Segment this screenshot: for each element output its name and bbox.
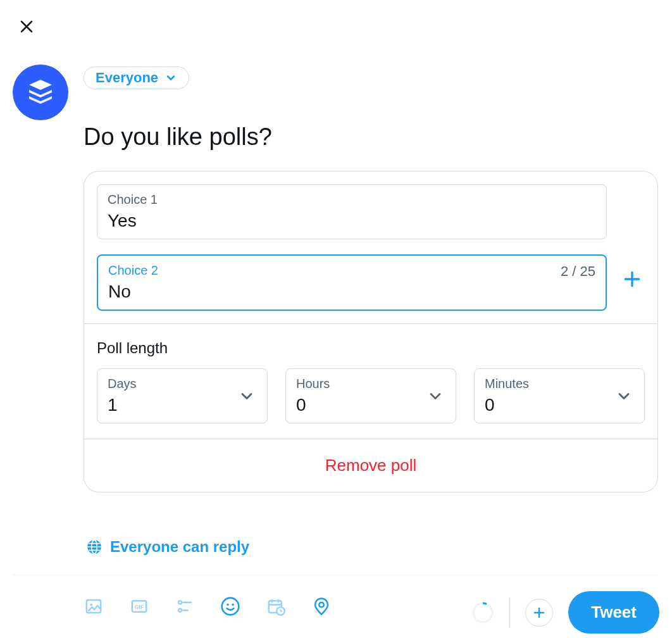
- audience-selector[interactable]: Everyone: [84, 66, 189, 89]
- poll-choice-2[interactable]: Choice 2 No 2 / 25: [97, 254, 607, 311]
- media-button: [82, 595, 105, 618]
- svg-point-14: [473, 603, 492, 622]
- emoji-button[interactable]: [219, 595, 242, 618]
- avatar-stack-icon: [25, 77, 56, 108]
- add-thread-tweet-button[interactable]: [525, 599, 553, 627]
- poll-choice-1-label: Choice 1: [108, 192, 596, 207]
- poll-choice-1-value: Yes: [108, 211, 596, 231]
- avatar: [13, 65, 68, 120]
- gif-button: GIF: [128, 595, 151, 618]
- compose-toolbar: GIF: [82, 595, 333, 618]
- svg-point-7: [178, 609, 182, 612]
- poll-hours-label: Hours: [296, 377, 445, 391]
- svg-point-6: [178, 601, 182, 604]
- poll-minutes-select[interactable]: Minutes 0: [474, 368, 645, 423]
- poll-choices-section: Choice 1 Yes Choice 2 No 2 / 25: [84, 172, 657, 323]
- poll-minutes-value: 0: [485, 395, 634, 415]
- poll-choice-2-counter: 2 / 25: [561, 263, 595, 280]
- poll-choice-2-label: Choice 2: [108, 263, 595, 278]
- plus-icon: [622, 269, 642, 289]
- tweet-button[interactable]: Tweet: [568, 591, 659, 634]
- svg-point-10: [232, 604, 233, 606]
- chevron-down-icon: [238, 387, 256, 405]
- poll-length-title: Poll length: [97, 339, 645, 357]
- emoji-icon: [220, 596, 240, 616]
- schedule-button: [264, 595, 287, 618]
- reply-settings[interactable]: Everyone can reply: [86, 538, 249, 556]
- svg-point-3: [90, 604, 92, 606]
- divider: [13, 575, 658, 575]
- poll-button: [173, 595, 196, 618]
- poll-hours-select[interactable]: Hours 0: [285, 368, 456, 423]
- gif-icon: GIF: [130, 597, 149, 616]
- svg-point-8: [222, 598, 239, 615]
- audience-label: Everyone: [96, 70, 158, 86]
- schedule-icon: [266, 597, 285, 616]
- compose-actions: Tweet: [471, 591, 659, 634]
- location-icon: [312, 597, 331, 616]
- tweet-text[interactable]: Do you like polls?: [84, 123, 272, 151]
- chevron-down-icon: [615, 387, 633, 405]
- poll-days-value: 1: [108, 395, 257, 415]
- poll-duration-row: Days 1 Hours 0 Minutes 0: [97, 368, 645, 423]
- poll-days-label: Days: [108, 377, 257, 391]
- add-choice-button[interactable]: [619, 266, 645, 292]
- poll-hours-value: 0: [296, 395, 445, 415]
- poll-card: Choice 1 Yes Choice 2 No 2 / 25 Poll len…: [84, 171, 658, 492]
- poll-minutes-label: Minutes: [485, 377, 634, 391]
- svg-point-13: [319, 603, 324, 608]
- reply-settings-label: Everyone can reply: [110, 538, 249, 556]
- chevron-down-icon: [165, 72, 177, 84]
- chevron-down-icon: [426, 387, 444, 405]
- poll-choice-2-value: No: [108, 282, 595, 302]
- plus-icon: [532, 605, 547, 620]
- close-icon: [19, 19, 34, 34]
- poll-icon: [175, 597, 194, 616]
- poll-choices-stack: Choice 1 Yes Choice 2 No 2 / 25: [97, 184, 607, 311]
- location-button[interactable]: [310, 595, 333, 618]
- svg-text:GIF: GIF: [135, 604, 144, 610]
- character-count-ring: [471, 601, 494, 624]
- globe-icon: [86, 539, 103, 555]
- vertical-divider: [509, 597, 510, 628]
- image-icon: [84, 597, 103, 616]
- poll-choice-1[interactable]: Choice 1 Yes: [97, 184, 607, 239]
- poll-length-section: Poll length Days 1 Hours 0 Minutes 0: [84, 323, 657, 439]
- poll-days-select[interactable]: Days 1: [97, 368, 268, 423]
- remove-poll-button[interactable]: Remove poll: [84, 439, 657, 492]
- close-button[interactable]: [18, 18, 35, 35]
- svg-point-9: [227, 604, 228, 606]
